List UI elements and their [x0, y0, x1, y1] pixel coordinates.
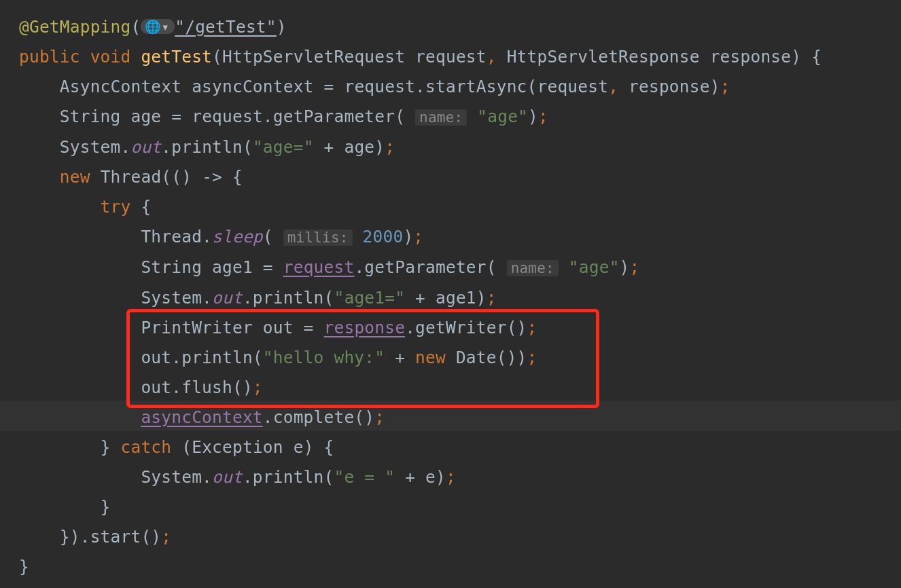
code-line-16: System.out.println("e = " + e); [19, 467, 456, 487]
code-editor[interactable]: @GetMapping(🌐▾"/getTest") public void ge… [0, 0, 901, 582]
param-hint: name: [507, 260, 559, 276]
code-line-10: System.out.println("age1=" + age1); [19, 288, 497, 308]
code-line-9: String age1 = request.getParameter( name… [19, 257, 640, 277]
captured-ref: asyncContext [141, 407, 262, 427]
annotation: @GetMapping [19, 17, 130, 37]
captured-ref: request [283, 257, 355, 277]
code-line-13: out.flush(); [19, 378, 263, 397]
param-hint: name: [415, 109, 467, 126]
code-line-17: } [19, 497, 111, 517]
web-mapping-icon[interactable]: 🌐▾ [141, 19, 175, 34]
mapping-path[interactable]: "/getTest" [175, 17, 277, 37]
code-line-7: try { [19, 197, 151, 217]
method-name: getTest [141, 47, 212, 67]
code-line-12: out.println("hello why:" + new Date()); [19, 348, 537, 367]
code-line-6: new Thread(() -> { [19, 167, 243, 187]
code-line-11: PrintWriter out = response.getWriter(); [19, 318, 537, 337]
code-line-19: } [19, 557, 29, 576]
code-line-1: @GetMapping(🌐▾"/getTest") [19, 17, 287, 37]
code-line-14: asyncContext.complete(); [19, 407, 385, 427]
captured-ref: response [324, 318, 406, 337]
code-line-2: public void getTest(HttpServletRequest r… [19, 47, 822, 67]
code-line-15: } catch (Exception e) { [19, 437, 334, 457]
code-line-8: Thread.sleep( millis: 2000); [19, 227, 423, 246]
code-line-3: AsyncContext asyncContext = request.star… [19, 77, 730, 96]
code-line-18: }).start(); [19, 527, 171, 547]
code-line-4: String age = request.getParameter( name:… [19, 107, 548, 126]
param-hint: millis: [283, 229, 353, 246]
code-line-5: System.out.println("age=" + age); [19, 137, 395, 157]
